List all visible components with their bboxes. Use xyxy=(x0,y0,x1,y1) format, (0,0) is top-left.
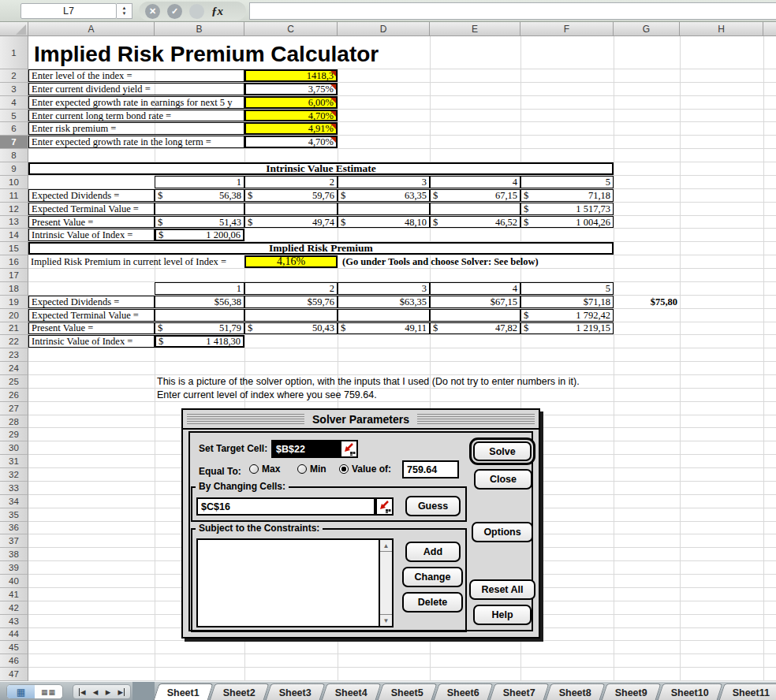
cell-D21[interactable]: $49,11 xyxy=(338,322,430,335)
cell-B14[interactable]: $1 200,06 xyxy=(155,229,244,241)
cell-E20[interactable] xyxy=(430,309,520,322)
row-header-9[interactable]: 9 xyxy=(0,162,28,176)
cell-A5[interactable]: Enter current long term bond rate = xyxy=(28,110,244,122)
sheet-tab-sheet3[interactable]: Sheet3 xyxy=(265,683,325,700)
row-header-16[interactable]: 16 xyxy=(0,255,28,269)
row-header-11[interactable]: 11 xyxy=(0,189,28,203)
row-header-22[interactable]: 22 xyxy=(0,335,28,348)
row-header-43[interactable]: 43 xyxy=(0,615,28,628)
cells-area[interactable]: Implied Risk Premium CalculatorEnter lev… xyxy=(28,36,776,681)
cancel-icon[interactable]: ✕ xyxy=(145,4,160,19)
cell-D16[interactable]: (Go under Tools and choose Solver: See b… xyxy=(338,255,614,268)
cell-A6[interactable]: Enter risk premium = xyxy=(28,122,244,135)
cell-A2[interactable]: Enter level of the index = xyxy=(28,69,244,82)
cell-A4[interactable]: Enter expected growth rate in earnings f… xyxy=(28,96,244,109)
column-header-C[interactable]: C xyxy=(244,22,338,36)
row-header-24[interactable]: 24 xyxy=(0,362,28,375)
cell-C19[interactable]: $59,76 xyxy=(244,296,338,308)
last-sheet-icon[interactable]: ▶ xyxy=(118,688,125,696)
row-header-31[interactable]: 31 xyxy=(0,455,28,468)
row-header-18[interactable]: 18 xyxy=(0,282,28,296)
row-header-33[interactable]: 33 xyxy=(0,482,28,495)
cell-B18[interactable]: 1 xyxy=(155,282,244,295)
row-header-28[interactable]: 28 xyxy=(0,415,28,429)
cell-E13[interactable]: $46,52 xyxy=(430,216,520,229)
cell-E21[interactable]: $47,82 xyxy=(430,322,520,335)
row-header-5[interactable]: 5 xyxy=(0,110,28,123)
row-header-3[interactable]: 3 xyxy=(0,83,28,96)
cell-C12[interactable] xyxy=(244,203,338,215)
cell-E18[interactable]: 4 xyxy=(430,282,520,295)
cell-C20[interactable] xyxy=(244,309,338,322)
cell-F20[interactable]: $1 792,42 xyxy=(520,309,614,322)
cell-G19[interactable]: $75,80 xyxy=(614,296,680,308)
sheet-tab-sheet2[interactable]: Sheet2 xyxy=(209,683,269,700)
cell-D10[interactable]: 3 xyxy=(338,176,430,188)
cell-C18[interactable]: 2 xyxy=(244,282,338,295)
row-header-35[interactable]: 35 xyxy=(0,508,28,522)
cell-B22[interactable]: $1 418,30 xyxy=(155,335,244,348)
cell-A15[interactable]: Implied Risk Premium xyxy=(28,242,614,255)
cell-C4[interactable]: 6,00% xyxy=(244,96,338,109)
cell-A16[interactable]: Implied Risk Premium in current level of… xyxy=(28,255,244,268)
row-header-23[interactable]: 23 xyxy=(0,348,28,362)
cell-A9[interactable]: Intrinsic Value Estimate xyxy=(28,162,614,175)
row-header-17[interactable]: 17 xyxy=(0,269,28,282)
row-header-1[interactable]: 1 xyxy=(0,36,28,69)
row-header-39[interactable]: 39 xyxy=(0,561,28,575)
sheet-tab-sheet1[interactable]: Sheet1 xyxy=(153,683,213,700)
cell-B25[interactable]: This is a picture of the solver option, … xyxy=(155,375,680,388)
cell-C3[interactable]: 3,75% xyxy=(244,83,338,95)
cell-A12[interactable]: Expected Terminal Value = xyxy=(28,203,155,215)
cell-A22[interactable]: Intrinsic Value of Index = xyxy=(28,335,155,348)
sheet-tab-sheet8[interactable]: Sheet8 xyxy=(545,683,605,700)
column-header-B[interactable]: B xyxy=(155,22,244,36)
cell-F19[interactable]: $71,18 xyxy=(520,296,614,308)
select-all-corner[interactable] xyxy=(0,22,28,36)
cell-C13[interactable]: $49,74 xyxy=(244,216,338,229)
row-header-12[interactable]: 12 xyxy=(0,203,28,216)
row-header-29[interactable]: 29 xyxy=(0,428,28,441)
row-header-42[interactable]: 42 xyxy=(0,601,28,615)
cell-A13[interactable]: Present Value = xyxy=(28,216,155,229)
cell-A14[interactable]: Intrinsic Value of Index = xyxy=(28,229,155,241)
cell-C21[interactable]: $50,43 xyxy=(244,322,338,335)
row-header-38[interactable]: 38 xyxy=(0,548,28,561)
column-header-E[interactable]: E xyxy=(430,22,520,36)
column-header-G[interactable]: G xyxy=(614,22,680,36)
row-header-10[interactable]: 10 xyxy=(0,176,28,189)
next-sheet-icon[interactable]: ▶ xyxy=(106,688,111,696)
row-header-25[interactable]: 25 xyxy=(0,375,28,389)
row-header-32[interactable]: 32 xyxy=(0,468,28,482)
sheet-tab-sheet6[interactable]: Sheet6 xyxy=(433,683,493,700)
cell-F12[interactable]: $1 517,73 xyxy=(520,203,614,215)
cell-B11[interactable]: $56,38 xyxy=(155,189,244,202)
cell-A7[interactable]: Enter expected growth rate in the long t… xyxy=(28,136,244,148)
cell-A3[interactable]: Enter current dividend yield = xyxy=(28,83,244,95)
column-header-F[interactable]: F xyxy=(520,22,614,36)
normal-view-button[interactable]: ▦ xyxy=(7,685,35,698)
cell-C16[interactable]: 4,16% xyxy=(244,255,338,268)
cell-C6[interactable]: 4,91% xyxy=(244,122,338,135)
cell-B21[interactable]: $51,79 xyxy=(155,322,244,335)
cell-B19[interactable]: $56,38 xyxy=(155,296,244,308)
cell-E19[interactable]: $67,15 xyxy=(430,296,520,308)
sheet-tab-sheet10[interactable]: Sheet10 xyxy=(657,683,722,700)
column-header-H[interactable]: H xyxy=(680,22,763,36)
cell-A1[interactable]: Implied Risk Premium Calculator xyxy=(28,36,430,69)
cell-C11[interactable]: $59,76 xyxy=(244,189,338,202)
cell-C2[interactable]: 1418,3 xyxy=(244,69,338,82)
formula-input[interactable] xyxy=(249,2,776,20)
cell-A19[interactable]: Expected Dividends = xyxy=(28,296,155,308)
cell-A20[interactable]: Expected Terminal Value = xyxy=(28,309,155,322)
row-header-45[interactable]: 45 xyxy=(0,641,28,654)
cell-D18[interactable]: 3 xyxy=(338,282,430,295)
cell-D13[interactable]: $48,10 xyxy=(338,216,430,229)
page-layout-view-button[interactable]: ▦▦ xyxy=(35,685,62,698)
cell-B12[interactable] xyxy=(155,203,244,215)
row-header-44[interactable]: 44 xyxy=(0,628,28,642)
cell-B10[interactable]: 1 xyxy=(155,176,244,188)
cell-F10[interactable]: 5 xyxy=(520,176,614,188)
accept-icon[interactable]: ✓ xyxy=(167,4,182,19)
cell-D11[interactable]: $63,35 xyxy=(338,189,430,202)
